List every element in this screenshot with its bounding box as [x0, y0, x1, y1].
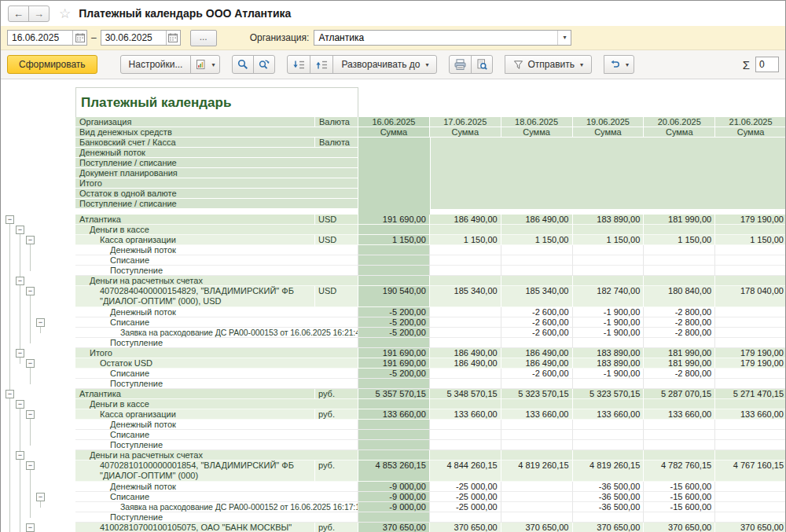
amount-cell[interactable]	[358, 255, 430, 266]
report-variants-button[interactable]: ▾	[190, 55, 220, 74]
amount-cell[interactable]	[644, 379, 715, 389]
amount-cell[interactable]	[430, 328, 501, 338]
amount-cell[interactable]: 179 190,00	[715, 358, 785, 369]
amount-cell[interactable]: 370 650,00	[715, 523, 785, 532]
amount-cell[interactable]: 5 323 570,15	[501, 389, 573, 399]
amount-header-cell[interactable]: Сумма	[573, 127, 645, 138]
row-label-cell[interactable]: 40702810100000001854, "ВЛАДИМИРСКИЙ" ФБ …	[75, 460, 315, 482]
amount-cell[interactable]	[501, 379, 573, 389]
tree-expand-box[interactable]: −	[16, 226, 24, 234]
currency-cell[interactable]: USD	[315, 235, 358, 245]
sum-total-field[interactable]: 0	[755, 57, 779, 72]
date-header-cell[interactable]: 17.06.2025	[430, 117, 501, 127]
date-from-calendar-button[interactable]	[72, 31, 86, 45]
row-label-cell[interactable]: Списание	[75, 369, 358, 379]
amount-cell[interactable]: 186 490,00	[501, 348, 573, 358]
amount-cell[interactable]: -5 200,00	[358, 317, 430, 328]
amount-cell[interactable]: -5 200,00	[358, 307, 430, 317]
amount-cell[interactable]: 1 150,00	[644, 235, 715, 245]
amount-cell[interactable]: -1 900,00	[573, 317, 645, 328]
amount-cell[interactable]: 181 990,00	[644, 348, 715, 358]
period-picker-button[interactable]: ...	[190, 30, 217, 46]
amount-cell[interactable]	[573, 255, 645, 266]
amount-cell[interactable]: 191 690,00	[358, 215, 430, 225]
tree-expand-box[interactable]: −	[16, 349, 24, 358]
amount-cell[interactable]	[358, 512, 430, 523]
row-label-cell[interactable]: Заявка на расходование ДС РА00-000152 от…	[75, 502, 358, 512]
amount-cell[interactable]: 182 740,00	[573, 286, 645, 307]
print-preview-button[interactable]	[471, 55, 493, 74]
row-label-cell[interactable]: Денежный поток	[75, 420, 358, 430]
amount-cell[interactable]	[573, 430, 645, 440]
amount-header-cell[interactable]: Сумма	[644, 127, 715, 138]
amount-cell[interactable]	[644, 245, 715, 255]
amount-cell[interactable]	[430, 255, 501, 266]
header-row-label[interactable]: Банковский счет / Касса	[75, 138, 315, 148]
tree-expand-box[interactable]: −	[16, 277, 24, 285]
amount-cell[interactable]	[715, 430, 785, 440]
amount-cell[interactable]: 5 357 570,15	[358, 389, 430, 399]
header-row-label[interactable]: Документ планирования	[75, 168, 358, 178]
amount-cell[interactable]	[430, 317, 501, 328]
amount-cell[interactable]: 183 890,00	[573, 358, 645, 369]
currency-cell[interactable]: руб.	[315, 523, 358, 532]
amount-cell[interactable]: 4 844 260,15	[430, 460, 501, 482]
amount-cell[interactable]	[644, 255, 715, 266]
amount-cell[interactable]: 186 490,00	[430, 358, 501, 369]
tree-expand-box[interactable]: −	[26, 523, 35, 532]
row-label-cell[interactable]: Списание	[75, 317, 358, 328]
amount-cell[interactable]: -36 500,00	[573, 482, 645, 492]
row-label-cell[interactable]: Касса организации	[75, 409, 315, 420]
amount-cell[interactable]: -2 600,00	[501, 369, 573, 379]
row-label-cell[interactable]: Списание	[75, 255, 358, 266]
amount-cell[interactable]	[501, 276, 573, 286]
amount-cell[interactable]: -15 600,00	[644, 502, 715, 512]
amount-cell[interactable]	[715, 328, 785, 338]
amount-cell[interactable]: 133 660,00	[430, 409, 501, 420]
amount-cell[interactable]	[430, 338, 501, 348]
amount-cell[interactable]	[715, 492, 785, 502]
tree-expand-box[interactable]: −	[36, 318, 45, 327]
amount-cell[interactable]	[644, 430, 715, 440]
amount-cell[interactable]	[501, 225, 573, 235]
amount-cell[interactable]: 370 650,00	[430, 523, 501, 532]
amount-cell[interactable]	[715, 276, 785, 286]
amount-cell[interactable]	[501, 512, 573, 523]
amount-cell[interactable]	[573, 266, 645, 276]
amount-cell[interactable]	[358, 450, 430, 460]
amount-cell[interactable]	[644, 338, 715, 348]
amount-cell[interactable]: 133 660,00	[644, 409, 715, 420]
amount-cell[interactable]	[573, 379, 645, 389]
row-label-cell[interactable]: Списание	[75, 430, 358, 440]
amount-cell[interactable]: -25 000,00	[430, 482, 501, 492]
amount-cell[interactable]	[358, 276, 430, 286]
amount-cell[interactable]: -1 900,00	[573, 307, 645, 317]
amount-cell[interactable]	[573, 450, 645, 460]
amount-cell[interactable]: -2 600,00	[501, 307, 573, 317]
amount-cell[interactable]: 4 853 260,15	[358, 460, 430, 482]
amount-cell[interactable]	[430, 266, 501, 276]
amount-cell[interactable]	[430, 399, 501, 409]
amount-cell[interactable]	[501, 255, 573, 266]
tree-expand-box[interactable]: −	[16, 451, 24, 460]
row-label-cell[interactable]: Поступление	[75, 440, 358, 450]
amount-cell[interactable]: -36 500,00	[573, 492, 645, 502]
tree-expand-box[interactable]: −	[26, 359, 35, 368]
row-label-cell[interactable]: Деньги в кассе	[75, 399, 358, 409]
amount-cell[interactable]	[501, 245, 573, 255]
amount-cell[interactable]: -9 000,00	[358, 482, 430, 492]
amount-cell[interactable]: -2 800,00	[644, 369, 715, 379]
date-header-cell[interactable]: 16.06.2025	[358, 117, 430, 127]
amount-cell[interactable]: 1 150,00	[501, 235, 573, 245]
amount-cell[interactable]: 180 840,00	[644, 286, 715, 307]
history-button[interactable]: ▾	[604, 55, 634, 74]
amount-cell[interactable]	[715, 440, 785, 450]
amount-cell[interactable]	[358, 399, 430, 409]
row-label-cell[interactable]: Денежный поток	[75, 245, 358, 255]
amount-cell[interactable]	[644, 399, 715, 409]
amount-cell[interactable]: 4 767 160,15	[715, 460, 785, 482]
amount-cell[interactable]: 133 660,00	[358, 409, 430, 420]
amount-cell[interactable]: -25 000,00	[430, 502, 501, 512]
forward-button[interactable]: →	[28, 6, 50, 22]
amount-cell[interactable]	[430, 420, 501, 430]
